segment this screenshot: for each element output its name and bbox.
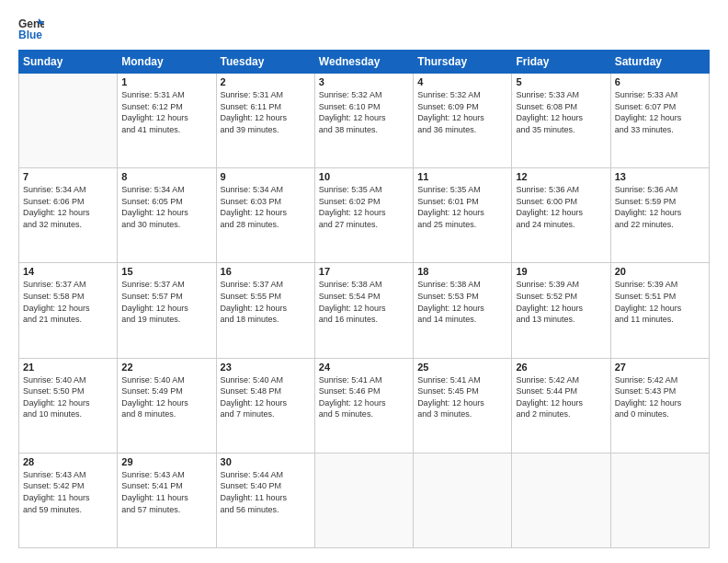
calendar-cell: 25Sunrise: 5:41 AM Sunset: 5:45 PM Dayli… — [414, 358, 512, 453]
day-info: Sunrise: 5:38 AM Sunset: 5:54 PM Dayligh… — [319, 279, 409, 325]
day-info: Sunrise: 5:36 AM Sunset: 6:00 PM Dayligh… — [516, 184, 606, 230]
day-number: 27 — [615, 362, 705, 373]
weekday-header-thursday: Thursday — [414, 51, 512, 74]
weekday-header-row: SundayMondayTuesdayWednesdayThursdayFrid… — [19, 51, 710, 74]
page: General Blue SundayMondayTuesdayWednesda… — [0, 0, 728, 563]
week-row-1: 1Sunrise: 5:31 AM Sunset: 6:12 PM Daylig… — [19, 74, 710, 168]
day-number: 28 — [23, 456, 113, 467]
day-info: Sunrise: 5:43 AM Sunset: 5:41 PM Dayligh… — [121, 469, 211, 515]
calendar-cell: 28Sunrise: 5:43 AM Sunset: 5:42 PM Dayli… — [19, 453, 118, 547]
day-info: Sunrise: 5:41 AM Sunset: 5:46 PM Dayligh… — [319, 374, 409, 420]
calendar-cell: 3Sunrise: 5:32 AM Sunset: 6:10 PM Daylig… — [314, 74, 413, 168]
day-number: 22 — [121, 362, 211, 373]
day-info: Sunrise: 5:41 AM Sunset: 5:45 PM Dayligh… — [417, 374, 507, 420]
weekday-header-friday: Friday — [512, 51, 610, 74]
day-info: Sunrise: 5:39 AM Sunset: 5:51 PM Dayligh… — [615, 279, 705, 325]
calendar-cell: 5Sunrise: 5:33 AM Sunset: 6:08 PM Daylig… — [512, 74, 610, 168]
calendar-cell: 13Sunrise: 5:36 AM Sunset: 5:59 PM Dayli… — [610, 168, 709, 263]
day-number: 3 — [319, 76, 409, 87]
calendar-cell: 21Sunrise: 5:40 AM Sunset: 5:50 PM Dayli… — [19, 358, 118, 453]
day-info: Sunrise: 5:43 AM Sunset: 5:42 PM Dayligh… — [23, 469, 113, 515]
day-info: Sunrise: 5:38 AM Sunset: 5:53 PM Dayligh… — [417, 279, 507, 325]
day-info: Sunrise: 5:37 AM Sunset: 5:58 PM Dayligh… — [23, 279, 113, 325]
calendar-cell: 11Sunrise: 5:35 AM Sunset: 6:01 PM Dayli… — [414, 168, 512, 263]
week-row-4: 21Sunrise: 5:40 AM Sunset: 5:50 PM Dayli… — [19, 358, 710, 453]
calendar-cell: 16Sunrise: 5:37 AM Sunset: 5:55 PM Dayli… — [216, 263, 314, 358]
day-number: 14 — [23, 266, 113, 277]
day-number: 16 — [221, 266, 311, 277]
calendar-cell: 9Sunrise: 5:34 AM Sunset: 6:03 PM Daylig… — [216, 168, 314, 263]
day-number: 5 — [516, 76, 606, 87]
calendar-cell: 12Sunrise: 5:36 AM Sunset: 6:00 PM Dayli… — [512, 168, 610, 263]
day-number: 7 — [23, 171, 113, 182]
day-number: 6 — [615, 76, 705, 87]
day-number: 8 — [121, 171, 211, 182]
day-number: 20 — [615, 266, 705, 277]
calendar-cell: 19Sunrise: 5:39 AM Sunset: 5:52 PM Dayli… — [512, 263, 610, 358]
day-number: 12 — [516, 171, 606, 182]
day-info: Sunrise: 5:35 AM Sunset: 6:01 PM Dayligh… — [417, 184, 507, 230]
day-number: 19 — [516, 266, 606, 277]
day-number: 24 — [319, 362, 409, 373]
day-number: 30 — [221, 456, 311, 467]
day-info: Sunrise: 5:40 AM Sunset: 5:50 PM Dayligh… — [23, 374, 113, 420]
calendar-cell: 29Sunrise: 5:43 AM Sunset: 5:41 PM Dayli… — [118, 453, 216, 547]
calendar-cell: 8Sunrise: 5:34 AM Sunset: 6:05 PM Daylig… — [118, 168, 216, 263]
day-number: 13 — [615, 171, 705, 182]
calendar-cell — [314, 453, 413, 547]
calendar-cell: 4Sunrise: 5:32 AM Sunset: 6:09 PM Daylig… — [414, 74, 512, 168]
day-info: Sunrise: 5:40 AM Sunset: 5:49 PM Dayligh… — [121, 374, 211, 420]
day-info: Sunrise: 5:44 AM Sunset: 5:40 PM Dayligh… — [221, 469, 311, 515]
day-info: Sunrise: 5:36 AM Sunset: 5:59 PM Dayligh… — [615, 184, 705, 230]
calendar-cell: 17Sunrise: 5:38 AM Sunset: 5:54 PM Dayli… — [314, 263, 413, 358]
week-row-5: 28Sunrise: 5:43 AM Sunset: 5:42 PM Dayli… — [19, 453, 710, 547]
calendar-cell: 15Sunrise: 5:37 AM Sunset: 5:57 PM Dayli… — [118, 263, 216, 358]
day-number: 23 — [221, 362, 311, 373]
calendar-cell: 22Sunrise: 5:40 AM Sunset: 5:49 PM Dayli… — [118, 358, 216, 453]
day-info: Sunrise: 5:42 AM Sunset: 5:43 PM Dayligh… — [615, 374, 705, 420]
calendar-cell — [610, 453, 709, 547]
day-info: Sunrise: 5:33 AM Sunset: 6:08 PM Dayligh… — [516, 89, 606, 135]
calendar-cell: 1Sunrise: 5:31 AM Sunset: 6:12 PM Daylig… — [118, 74, 216, 168]
day-info: Sunrise: 5:37 AM Sunset: 5:57 PM Dayligh… — [121, 279, 211, 325]
day-info: Sunrise: 5:40 AM Sunset: 5:48 PM Dayligh… — [221, 374, 311, 420]
day-number: 4 — [417, 76, 507, 87]
calendar-cell — [414, 453, 512, 547]
weekday-header-monday: Monday — [118, 51, 216, 74]
calendar-cell: 18Sunrise: 5:38 AM Sunset: 5:53 PM Dayli… — [414, 263, 512, 358]
day-info: Sunrise: 5:31 AM Sunset: 6:11 PM Dayligh… — [221, 89, 311, 135]
day-info: Sunrise: 5:33 AM Sunset: 6:07 PM Dayligh… — [615, 89, 705, 135]
calendar-table: SundayMondayTuesdayWednesdayThursdayFrid… — [18, 50, 710, 548]
day-info: Sunrise: 5:32 AM Sunset: 6:09 PM Dayligh… — [417, 89, 507, 135]
week-row-2: 7Sunrise: 5:34 AM Sunset: 6:06 PM Daylig… — [19, 168, 710, 263]
calendar-cell: 14Sunrise: 5:37 AM Sunset: 5:58 PM Dayli… — [19, 263, 118, 358]
logo-icon: General Blue — [18, 15, 44, 40]
day-info: Sunrise: 5:37 AM Sunset: 5:55 PM Dayligh… — [221, 279, 311, 325]
day-number: 29 — [121, 456, 211, 467]
day-number: 18 — [417, 266, 507, 277]
weekday-header-tuesday: Tuesday — [216, 51, 314, 74]
week-row-3: 14Sunrise: 5:37 AM Sunset: 5:58 PM Dayli… — [19, 263, 710, 358]
day-number: 11 — [417, 171, 507, 182]
calendar-cell: 2Sunrise: 5:31 AM Sunset: 6:11 PM Daylig… — [216, 74, 314, 168]
day-number: 15 — [121, 266, 211, 277]
weekday-header-sunday: Sunday — [19, 51, 118, 74]
day-info: Sunrise: 5:34 AM Sunset: 6:06 PM Dayligh… — [23, 184, 113, 230]
calendar-cell: 10Sunrise: 5:35 AM Sunset: 6:02 PM Dayli… — [314, 168, 413, 263]
calendar-cell: 7Sunrise: 5:34 AM Sunset: 6:06 PM Daylig… — [19, 168, 118, 263]
calendar-cell: 30Sunrise: 5:44 AM Sunset: 5:40 PM Dayli… — [216, 453, 314, 547]
logo: General Blue — [18, 15, 48, 40]
day-number: 25 — [417, 362, 507, 373]
calendar-cell: 20Sunrise: 5:39 AM Sunset: 5:51 PM Dayli… — [610, 263, 709, 358]
day-number: 10 — [319, 171, 409, 182]
day-number: 21 — [23, 362, 113, 373]
day-number: 2 — [221, 76, 311, 87]
day-info: Sunrise: 5:31 AM Sunset: 6:12 PM Dayligh… — [121, 89, 211, 135]
day-info: Sunrise: 5:35 AM Sunset: 6:02 PM Dayligh… — [319, 184, 409, 230]
day-number: 1 — [121, 76, 211, 87]
calendar-cell: 26Sunrise: 5:42 AM Sunset: 5:44 PM Dayli… — [512, 358, 610, 453]
calendar-cell — [19, 74, 118, 168]
calendar-cell: 6Sunrise: 5:33 AM Sunset: 6:07 PM Daylig… — [610, 74, 709, 168]
day-number: 17 — [319, 266, 409, 277]
day-info: Sunrise: 5:42 AM Sunset: 5:44 PM Dayligh… — [516, 374, 606, 420]
